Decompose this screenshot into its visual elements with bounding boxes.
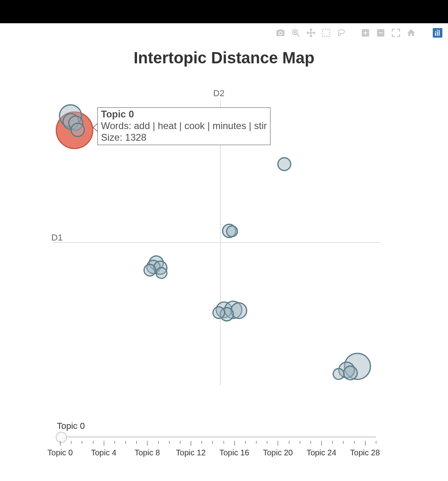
home-icon[interactable] <box>406 28 416 38</box>
zoom-in-icon[interactable] <box>361 28 370 38</box>
topic-bubble[interactable] <box>333 368 345 380</box>
y-axis-label: D2 <box>213 88 224 99</box>
svg-rect-13 <box>439 30 440 36</box>
svg-rect-4 <box>323 29 330 36</box>
topic-bubble[interactable] <box>155 267 167 279</box>
zoom-icon[interactable] <box>291 28 301 38</box>
topic-bubble[interactable] <box>71 123 85 137</box>
x-axis-line <box>53 242 380 243</box>
box-select-icon[interactable] <box>321 28 331 38</box>
slider-current-label: Topic 0 <box>57 421 380 431</box>
tooltip-size: Size: 1328 <box>101 132 267 143</box>
svg-point-15 <box>437 30 438 31</box>
topic-bubble[interactable] <box>143 264 156 277</box>
topic-slider: Topic 0 Topic 0Topic 4Topic 8Topic 12Top… <box>53 421 380 458</box>
top-black-bar <box>0 0 448 23</box>
lasso-icon[interactable] <box>337 28 346 38</box>
svg-point-14 <box>435 31 436 32</box>
plot-toolbar <box>276 28 442 38</box>
slider-ticks <box>60 441 376 447</box>
x-axis-label: D1 <box>51 232 63 243</box>
slider-tick-label: Topic 0 <box>47 448 73 457</box>
chart-title: Intertopic Distance Map <box>0 49 448 67</box>
scatter-plot[interactable]: D2 D1 <box>53 87 380 386</box>
slider-tick-label: Topic 4 <box>91 448 116 457</box>
svg-line-1 <box>297 34 299 36</box>
svg-rect-8 <box>365 31 366 34</box>
slider-tick-label: Topic 20 <box>263 448 293 457</box>
svg-rect-11 <box>435 33 436 36</box>
tooltip: Topic 0 Words: add | heat | cook | minut… <box>97 107 270 145</box>
topic-bubble[interactable] <box>226 225 238 237</box>
autoscale-icon[interactable] <box>391 28 401 38</box>
svg-point-5 <box>338 30 345 34</box>
slider-tick-label: Topic 16 <box>220 448 250 457</box>
topic-bubble[interactable] <box>343 366 358 380</box>
topic-bubble[interactable] <box>212 306 225 319</box>
svg-rect-10 <box>379 32 382 33</box>
slider-tick-labels: Topic 0Topic 4Topic 8Topic 12Topic 16Top… <box>60 448 376 458</box>
slider-track[interactable] <box>60 436 376 438</box>
plotly-logo-icon[interactable] <box>433 28 442 38</box>
camera-icon[interactable] <box>276 28 285 38</box>
zoom-out-icon[interactable] <box>376 28 385 38</box>
pan-icon[interactable] <box>306 28 316 38</box>
slider-tick-label: Topic 12 <box>176 448 206 457</box>
slider-tick-label: Topic 24 <box>307 448 337 457</box>
tooltip-title: Topic 0 <box>101 109 267 120</box>
slider-tick-label: Topic 8 <box>135 448 160 457</box>
tooltip-words: Words: add | heat | cook | minutes | sti… <box>101 120 267 132</box>
svg-rect-12 <box>437 31 438 36</box>
slider-tick-label: Topic 28 <box>350 448 380 457</box>
topic-bubble[interactable] <box>277 157 291 171</box>
